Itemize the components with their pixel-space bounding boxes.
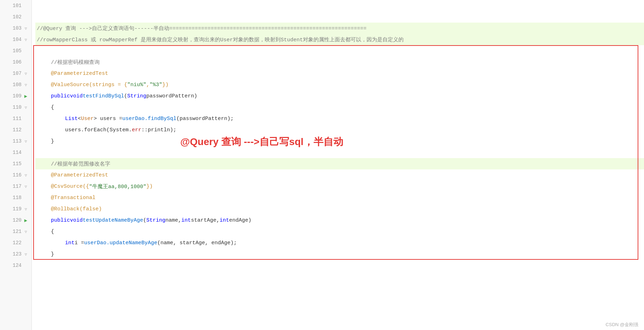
- line-num: 123: [10, 251, 22, 257]
- fold-icon: ▽: [23, 252, 29, 257]
- token-c-annotation: @ParameterizedTest: [51, 172, 108, 178]
- token-c-normal: passwordPattern): [146, 93, 197, 99]
- line-num: 101: [10, 3, 22, 8]
- line-number-row: 109▶: [0, 90, 31, 102]
- line-num: 107: [10, 71, 22, 76]
- line-numbers: 101102103▽104▽105106107▽108▽109▶110▽1111…: [0, 0, 32, 330]
- line-num: 120: [10, 217, 22, 223]
- line-number-row: 122: [0, 237, 31, 248]
- token-c-method: userDao.findBySql: [122, 116, 176, 122]
- fold-icon: ▽: [23, 71, 29, 76]
- line-num: 116: [10, 172, 22, 178]
- line-num: 110: [10, 104, 22, 110]
- token-c-annotation: ,: [146, 82, 150, 88]
- fold-icon: ▽: [23, 37, 29, 42]
- token-c-comment-cn: //根据年龄范围修改名字: [51, 161, 110, 167]
- token-c-type: String: [127, 93, 146, 99]
- code-line: //rowMapperClass 或 rowMapperRef 是用来做自定义映…: [35, 34, 644, 45]
- line-num: 124: [10, 263, 22, 268]
- token-c-class: User: [81, 116, 94, 122]
- line-num: 103: [10, 25, 22, 31]
- code-line: [35, 45, 644, 56]
- line-num: 118: [10, 195, 22, 200]
- token-c-method: testFindBySql: [83, 93, 124, 99]
- line-number-row: 118: [0, 192, 31, 203]
- line-num: 121: [10, 229, 22, 234]
- token-c-normal: (passwordPattern);: [176, 116, 234, 122]
- line-num: 113: [10, 138, 22, 144]
- line-number-row: 116▽: [0, 169, 31, 181]
- line-number-row: 105: [0, 45, 31, 56]
- token-c-normal: > users =: [94, 116, 122, 122]
- token-c-annotation: @ParameterizedTest: [51, 71, 108, 77]
- line-num: 122: [10, 240, 22, 246]
- line-num: 106: [10, 59, 22, 65]
- token-c-keyword: int: [65, 240, 75, 246]
- token-c-normal: (name, startAge, endAge);: [157, 240, 237, 246]
- token-c-normal: {: [51, 104, 54, 110]
- token-c-keyword: void: [70, 217, 83, 223]
- code-line: @ParameterizedTest: [35, 169, 644, 181]
- token-c-annotation: }): [146, 184, 153, 190]
- line-number-row: 104▽: [0, 34, 31, 45]
- line-number-row: 120▶: [0, 215, 31, 226]
- code-line: List<User> users = userDao.findBySql(pas…: [35, 113, 644, 124]
- fold-icon: ▽: [23, 173, 29, 178]
- fold-icon: ▽: [25, 173, 27, 178]
- fold-icon: ▽: [23, 229, 29, 234]
- token-c-normal: (: [124, 93, 127, 99]
- code-line: [35, 11, 644, 23]
- token-c-method: userDao.updateNameByAge: [84, 240, 157, 246]
- code-line: [35, 260, 644, 271]
- annotation-text: @Query 查询 --->自己写sql，半自动: [180, 135, 343, 149]
- token-c-normal: i =: [75, 240, 84, 246]
- run-icon[interactable]: ▶: [24, 217, 27, 223]
- token-c-comment-cn: //根据密码模糊查询: [51, 59, 100, 66]
- line-num: 111: [10, 116, 22, 121]
- line-num: 117: [10, 184, 22, 189]
- watermark: CSDN @金刚强: [605, 322, 638, 328]
- token-c-err: err: [132, 127, 141, 133]
- line-number-row: 106: [0, 56, 31, 68]
- line-number-row: 115: [0, 158, 31, 169]
- token-c-annotation: @ValueSource(strings = {: [51, 82, 127, 88]
- token-c-normal: endAge): [229, 217, 251, 223]
- line-number-row: 113▽: [0, 136, 31, 147]
- token-c-keyword: int: [181, 217, 191, 223]
- token-c-type: List: [65, 116, 78, 122]
- line-number-row: 108▽: [0, 79, 31, 90]
- line-number-row: 112: [0, 124, 31, 136]
- line-num: 104: [10, 37, 22, 42]
- line-number-row: 101: [0, 0, 31, 11]
- code-line: [35, 0, 644, 11]
- token-c-comment: //@Query 查询 --->自己定义查询语句------半自动=======…: [37, 25, 367, 32]
- token-c-annotation: @CsvSource({: [51, 184, 89, 190]
- line-number-row: 114: [0, 147, 31, 158]
- fold-icon: ▽: [23, 207, 29, 211]
- code-line: int i = userDao.updateNameByAge(name, st…: [35, 237, 644, 248]
- token-c-normal: {: [51, 229, 54, 235]
- code-line: @Rollback(false): [35, 203, 644, 215]
- code-line: @ParameterizedTest: [35, 68, 644, 79]
- fold-icon: ▽: [23, 184, 29, 189]
- token-c-annotation: @Rollback(false): [51, 206, 102, 212]
- run-icon[interactable]: ▶: [24, 93, 27, 99]
- token-c-normal: name,: [165, 217, 181, 223]
- line-number-row: 123▽: [0, 248, 31, 260]
- line-number-row: 124: [0, 260, 31, 271]
- token-c-normal: ::println);: [141, 127, 176, 133]
- token-c-normal: users.forEach(System.: [65, 127, 132, 133]
- code-line: {: [35, 226, 644, 237]
- token-c-normal: <: [78, 116, 81, 122]
- code-line: //根据年龄范围修改名字: [35, 158, 644, 169]
- fold-icon: ▽: [25, 207, 27, 211]
- token-c-string: "niu%": [127, 82, 146, 88]
- token-c-annotation: @Transactional: [51, 195, 95, 201]
- code-editor: 101102103▽104▽105106107▽108▽109▶110▽1111…: [0, 0, 644, 330]
- line-num: 109: [10, 93, 22, 99]
- token-c-keyword: void: [70, 93, 83, 99]
- line-number-row: 119▽: [0, 203, 31, 215]
- code-line: }: [35, 248, 644, 260]
- line-number-row: 110▽: [0, 102, 31, 113]
- line-number-row: 121▽: [0, 226, 31, 237]
